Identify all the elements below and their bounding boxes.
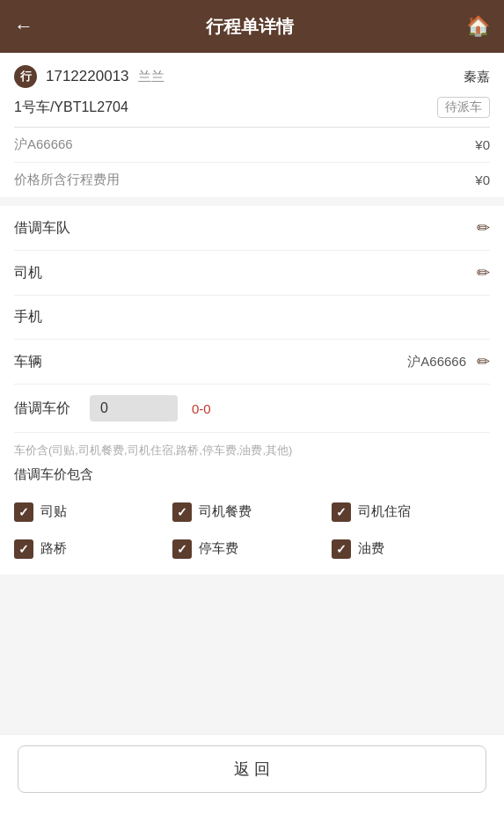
page-title: 行程单详情 [206,15,294,39]
driver-label: 司机 [14,264,42,282]
borrow-price-label: 借调车价 [14,400,76,418]
checkbox-box: ✓ [172,502,192,522]
section-gap-1 [0,197,504,206]
trip-car-label: 1号车/YBT1L2704 [14,99,128,117]
borrow-fleet-row: 借调车队 ✏ [14,206,490,251]
checkbox-label: 司机住宿 [358,503,411,520]
trip-id-section: 行 1712220013 兰兰 [14,65,164,88]
checkbox-grid: ✓司贴✓司机餐费✓司机住宿✓路桥✓停车费✓油费 [14,494,490,575]
check-icon: ✓ [336,542,347,556]
checkbox-item[interactable]: ✓司机住宿 [332,494,490,531]
checkbox-label: 路桥 [40,540,67,557]
check-icon: ✓ [177,542,187,556]
checkbox-box: ✓ [14,539,33,559]
borrow-fleet-edit-icon[interactable]: ✏ [477,218,490,238]
trip-tag: 兰兰 [138,69,164,85]
checkbox-item[interactable]: ✓油费 [332,531,490,568]
trip-id: 1712220013 [46,68,129,85]
driver-row: 司机 ✏ [14,251,490,296]
return-button[interactable]: 返 回 [18,745,486,793]
trip-fee-row: 价格所含行程费用 ¥0 [14,163,490,197]
trip-header-row: 行 1712220013 兰兰 秦嘉 [14,53,490,93]
plate-fee: ¥0 [475,137,490,152]
trip-sub-row: 1号车/YBT1L2704 待派车 [14,93,490,127]
trip-status: 待派车 [437,97,490,118]
main-content: 行 1712220013 兰兰 秦嘉 1号车/YBT1L2704 待派车 沪A6… [0,53,504,197]
price-input[interactable] [90,395,178,422]
trip-fee-value: ¥0 [475,172,490,187]
vehicle-edit-icon[interactable]: ✏ [477,352,490,371]
checkbox-box: ✓ [14,502,33,522]
check-icon: ✓ [18,505,29,519]
checkbox-label: 司贴 [40,503,67,520]
driver-edit-icon[interactable]: ✏ [477,263,490,282]
check-icon: ✓ [336,505,347,519]
check-icon: ✓ [18,542,29,556]
plate-fee-row: 沪A66666 ¥0 [14,128,490,163]
phone-label: 手机 [14,308,42,326]
home-button[interactable]: 🏠 [466,15,490,38]
vehicle-right: 沪A66666 ✏ [407,352,490,371]
checkbox-item[interactable]: ✓停车费 [172,531,331,568]
checkbox-box: ✓ [332,539,351,559]
phone-row: 手机 [14,296,490,340]
trip-fee-label: 价格所含行程费用 [14,172,120,188]
checkbox-item[interactable]: ✓路桥 [14,531,172,568]
checkbox-label: 停车费 [199,540,238,557]
checkbox-label: 油费 [358,540,384,557]
borrow-fleet-label: 借调车队 [14,219,70,238]
check-icon: ✓ [177,505,187,519]
plate-label: 沪A66666 [14,136,73,153]
borrow-price-row: 借调车价 0-0 [14,385,490,433]
checkbox-box: ✓ [172,539,192,559]
checkbox-item[interactable]: ✓司机餐费 [172,494,331,531]
checkbox-item[interactable]: ✓司贴 [14,494,172,531]
checkbox-box: ✓ [332,502,351,522]
hint-text: 车价含(司贴,司机餐费,司机住宿,路桥,停车费,油费,其他) [14,433,490,463]
vehicle-row: 车辆 沪A66666 ✏ [14,340,490,385]
checkbox-label: 司机餐费 [199,503,252,520]
header: ← 行程单详情 🏠 [0,0,504,53]
bottom-area: 返 回 [0,734,504,814]
trip-badge: 行 [14,65,37,88]
vehicle-value: 沪A66666 [407,354,466,370]
include-label: 借调车价包含 [14,463,490,494]
vehicle-label: 车辆 [14,353,42,371]
trip-name: 秦嘉 [464,69,490,85]
form-content: 借调车队 ✏ 司机 ✏ 手机 车辆 沪A66666 ✏ 借调车价 0-0 车价含… [0,206,504,575]
price-range: 0-0 [192,401,211,416]
back-button[interactable]: ← [14,15,33,38]
